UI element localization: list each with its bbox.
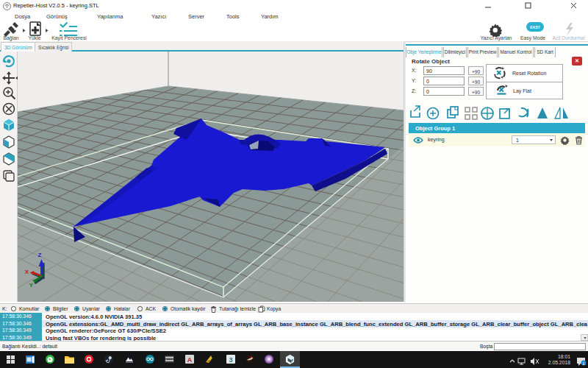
- svg-text:A: A: [187, 356, 193, 364]
- svg-text:Z: Z: [38, 252, 42, 258]
- svg-text:EASY: EASY: [530, 25, 540, 29]
- svg-text:3: 3: [229, 356, 232, 364]
- svg-text:X: X: [25, 269, 29, 275]
- svg-text:Y: Y: [29, 282, 34, 289]
